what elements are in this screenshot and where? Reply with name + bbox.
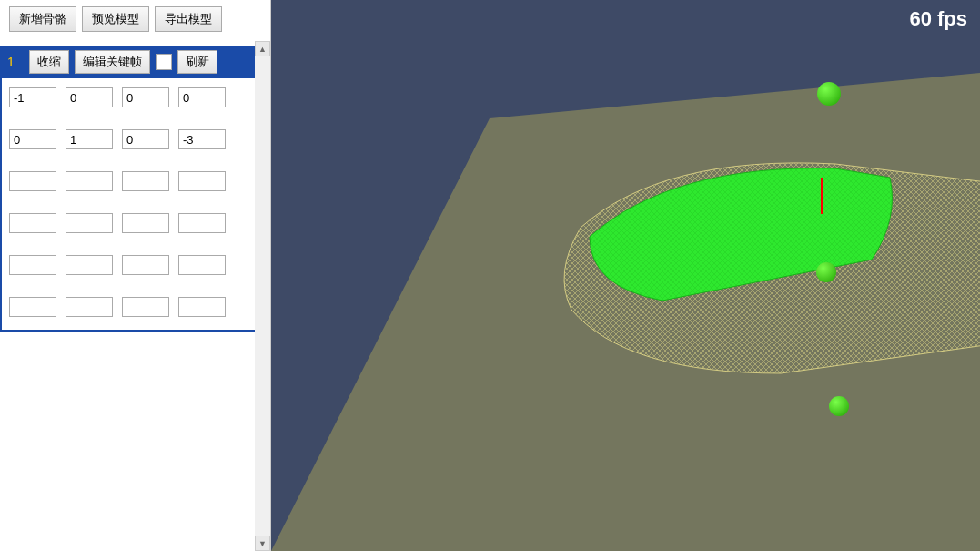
matrix-cell[interactable]: [9, 129, 56, 149]
matrix-cell[interactable]: [122, 129, 169, 149]
matrix-cell[interactable]: [9, 255, 56, 275]
add-bone-button[interactable]: 新增骨骼: [9, 6, 76, 32]
export-model-button[interactable]: 导出模型: [155, 6, 222, 32]
matrix-cell[interactable]: [178, 297, 226, 317]
left-panel: 新增骨骼 预览模型 导出模型 1 收缩 编辑关键帧 刷新: [0, 0, 271, 551]
collapse-button[interactable]: 收缩: [29, 50, 69, 74]
viewport-3d[interactable]: 60 fps: [271, 0, 980, 551]
matrix-row: [9, 171, 261, 191]
matrix-cell[interactable]: [9, 213, 56, 233]
matrix-cell[interactable]: [178, 129, 226, 149]
matrix-cell[interactable]: [66, 129, 113, 149]
matrix-cell[interactable]: [9, 171, 56, 191]
bone-body: [0, 78, 270, 332]
axis-marker-icon: [821, 178, 823, 214]
matrix-cell[interactable]: [66, 171, 113, 191]
matrix-cell[interactable]: [66, 87, 113, 107]
matrix-cell[interactable]: [66, 297, 113, 317]
preview-model-button[interactable]: 预览模型: [82, 6, 149, 32]
matrix-row: [9, 129, 261, 149]
matrix-cell[interactable]: [178, 213, 226, 233]
matrix-cell[interactable]: [122, 87, 169, 107]
matrix-cell[interactable]: [9, 297, 56, 317]
refresh-button[interactable]: 刷新: [177, 50, 217, 74]
matrix-cell[interactable]: [66, 255, 113, 275]
matrix-cell[interactable]: [178, 171, 226, 191]
matrix-row: [9, 213, 261, 233]
scroll-down-icon[interactable]: ▼: [255, 536, 270, 551]
matrix-cell[interactable]: [9, 87, 56, 107]
matrix-cell[interactable]: [122, 297, 169, 317]
matrix-row: [9, 255, 261, 275]
scroll-up-icon[interactable]: ▲: [255, 41, 270, 56]
fps-counter: 60 fps: [909, 7, 967, 31]
matrix-cell[interactable]: [122, 255, 169, 275]
matrix-cell[interactable]: [178, 87, 226, 107]
matrix-cell[interactable]: [66, 213, 113, 233]
matrix-cell[interactable]: [122, 213, 169, 233]
ship-wireframe: [553, 118, 980, 410]
matrix-cell[interactable]: [122, 171, 169, 191]
bone-joint-sphere[interactable]: [829, 396, 849, 416]
matrix-cell[interactable]: [178, 255, 226, 275]
scrollbar[interactable]: ▲ ▼: [255, 41, 270, 551]
matrix-row: [9, 87, 261, 107]
main-toolbar: 新增骨骼 预览模型 导出模型: [0, 0, 270, 38]
edit-keyframe-button[interactable]: 编辑关键帧: [75, 50, 150, 74]
bone-joint-sphere[interactable]: [816, 262, 836, 282]
bone-joint-sphere[interactable]: [817, 82, 841, 106]
matrix-row: [9, 297, 261, 317]
bone-index: 1: [7, 55, 24, 69]
bone-checkbox[interactable]: [156, 54, 172, 70]
bone-header: 1 收缩 编辑关键帧 刷新: [0, 46, 270, 78]
